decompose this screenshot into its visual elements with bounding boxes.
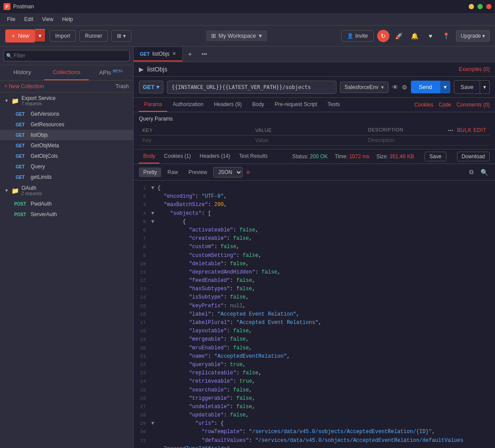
collection-header-oauth[interactable]: ▼ 📁 OAuth 2 requests xyxy=(0,182,133,199)
request-get-obj-cols[interactable]: GET GetObjCols xyxy=(0,151,133,161)
resp-tab-test-results[interactable]: Test Results xyxy=(235,149,272,164)
url-input[interactable] xyxy=(167,81,336,94)
layout-button[interactable]: ⊞ ▾ xyxy=(111,30,131,42)
collapse-arrow-icon[interactable]: ▼ xyxy=(151,219,157,225)
comments-link[interactable]: Comments (0) xyxy=(456,102,490,108)
close-button[interactable] xyxy=(486,4,491,9)
tab-history[interactable]: History xyxy=(0,65,44,80)
search-input[interactable] xyxy=(4,50,130,61)
menu-file[interactable]: File xyxy=(4,14,19,24)
code-line: 1▼ { xyxy=(134,184,495,192)
collection-header-export[interactable]: ▼ 📁 Export Service 7 requests xyxy=(0,92,133,109)
environment-selector[interactable]: SalesforceEnv ▾ xyxy=(340,82,389,93)
line-content: "name": "AcceptedEventRelation", xyxy=(151,352,495,361)
code-line: 25 "searchable": false, xyxy=(134,386,495,395)
req-tab-pre-request[interactable]: Pre-request Script xyxy=(269,98,322,112)
collapse-arrow-icon[interactable]: ▼ xyxy=(151,210,157,217)
req-tab-params[interactable]: Params xyxy=(139,98,167,112)
resp-tab-body[interactable]: Body xyxy=(139,149,159,164)
request-get-versions[interactable]: GET GetVersions xyxy=(0,109,133,119)
tab-close-icon[interactable]: ✕ xyxy=(172,51,176,57)
time-label: Time: 1072 ms xyxy=(335,153,369,160)
req-tab-authorization[interactable]: Authorization xyxy=(167,98,209,112)
menu-edit[interactable]: Edit xyxy=(21,14,37,24)
response-save-button[interactable]: Save xyxy=(424,152,446,161)
copy-icon[interactable]: ⧉ xyxy=(467,167,475,178)
save-button[interactable]: Save xyxy=(454,80,480,94)
trash-button[interactable]: Trash xyxy=(116,83,129,89)
request-list-objs[interactable]: GET listObjs xyxy=(0,130,133,140)
new-button[interactable]: ＋ New xyxy=(5,29,35,43)
pretty-view-button[interactable]: Pretty xyxy=(139,167,161,177)
preview-view-button[interactable]: Preview xyxy=(184,167,212,177)
format-button[interactable]: ≡ xyxy=(244,167,251,178)
description-input[interactable] xyxy=(368,137,486,143)
request-server-auth[interactable]: POST ServerAuth xyxy=(0,209,133,220)
code-line: 30 "rowTemplate": "/services/data/v45.0/… xyxy=(134,428,495,436)
code-link[interactable]: Code xyxy=(438,102,451,108)
workspace-selector[interactable]: ⊞ My Workspace ▾ xyxy=(206,30,267,41)
request-tab-right-links: Cookies Code Comments (0) xyxy=(414,102,490,108)
send-dropdown-button[interactable]: ▾ xyxy=(440,81,450,93)
workspace-arrow-icon: ▾ xyxy=(259,32,262,39)
bell-icon[interactable]: 🔔 xyxy=(409,30,421,42)
search-json-icon[interactable]: 🔍 xyxy=(479,167,490,178)
cookies-link[interactable]: Cookies xyxy=(414,102,433,108)
line-content: "maxBatchSize": 200, xyxy=(151,201,495,209)
menu-help[interactable]: Help xyxy=(59,14,77,24)
line-content: "encoding": "UTF-8", xyxy=(151,192,495,201)
collapse-arrow-icon[interactable]: ▼ xyxy=(151,420,157,427)
value-input[interactable] xyxy=(255,137,361,143)
env-selector-area: SalesforceEnv ▾ 👁 ⚙ xyxy=(340,82,407,93)
sync-button[interactable]: ↻ xyxy=(377,30,389,42)
new-collection-button[interactable]: + New Collection xyxy=(4,83,44,89)
request-pwd-auth[interactable]: POST PwdAuth xyxy=(0,199,133,209)
req-tab-tests[interactable]: Tests xyxy=(322,98,345,112)
astronaut-icon[interactable]: 🚀 xyxy=(393,30,405,42)
env-gear-icon[interactable]: ⚙ xyxy=(402,84,407,91)
req-tab-body[interactable]: Body xyxy=(247,98,269,112)
invite-button[interactable]: 👤 Invite xyxy=(341,30,374,42)
title-bar-controls xyxy=(469,4,491,9)
new-dropdown-button[interactable]: ▾ xyxy=(35,29,46,43)
code-line: 2 "encoding": "UTF-8", xyxy=(134,192,495,201)
request-get-limits[interactable]: GET getLimits xyxy=(0,172,133,182)
request-get-resources[interactable]: GET GetResources xyxy=(0,119,133,130)
heart-icon[interactable]: ♥ xyxy=(424,30,437,42)
upgrade-button[interactable]: Upgrade ▾ xyxy=(456,30,490,42)
request-tab-list-objs[interactable]: GET listObjs ✕ xyxy=(134,47,183,61)
request-get-obj-meta[interactable]: GET GetObjMeta xyxy=(0,140,133,151)
bulk-edit-button[interactable]: Bulk Edit xyxy=(457,127,486,133)
line-content: "isSubtype": false, xyxy=(151,293,495,302)
tab-add-button[interactable]: + xyxy=(183,47,197,62)
menu-view[interactable]: View xyxy=(39,14,57,24)
key-input[interactable] xyxy=(142,137,248,143)
save-dropdown-button[interactable]: ▾ xyxy=(480,80,490,94)
tab-more-button[interactable]: ••• xyxy=(197,48,212,61)
params-more-icon[interactable]: ••• xyxy=(448,128,453,133)
maximize-button[interactable] xyxy=(477,4,483,9)
request-query[interactable]: GET Query xyxy=(0,161,133,172)
tab-collections[interactable]: Collections xyxy=(44,65,88,80)
request-name: listObjs xyxy=(31,132,48,138)
import-button[interactable]: Import xyxy=(50,30,76,42)
raw-view-button[interactable]: Raw xyxy=(163,167,182,177)
runner-button[interactable]: Runner xyxy=(79,30,108,42)
env-settings-icon[interactable]: 👁 xyxy=(392,84,398,91)
tab-apis[interactable]: APIs BETA xyxy=(89,65,133,80)
send-button[interactable]: Send xyxy=(411,81,440,93)
line-number: 30 xyxy=(134,428,151,436)
req-tab-headers[interactable]: Headers (9) xyxy=(209,98,247,112)
resp-tab-headers[interactable]: Headers (14) xyxy=(195,149,235,164)
request-name: ServerAuth xyxy=(31,211,57,217)
location-icon[interactable]: 📍 xyxy=(440,30,453,42)
collapse-arrow-icon[interactable]: ▼ xyxy=(151,185,157,191)
resp-tab-cookies[interactable]: Cookies (1) xyxy=(159,149,195,164)
params-table: KEY VALUE DESCRIPTION ••• Bulk Edit xyxy=(139,125,490,146)
minimize-button[interactable] xyxy=(469,4,474,9)
method-selector[interactable]: GET ▾ xyxy=(139,81,163,93)
format-selector[interactable]: JSON xyxy=(213,167,243,178)
examples-link[interactable]: Examples (0) xyxy=(459,66,490,72)
download-button[interactable]: Download xyxy=(457,152,490,161)
line-number: 19 xyxy=(134,335,151,344)
